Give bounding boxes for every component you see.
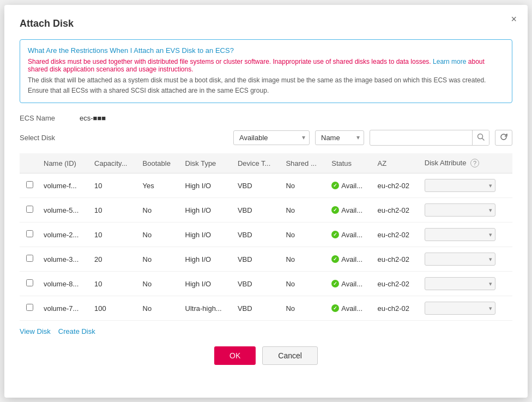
row-checkbox-1[interactable]	[26, 206, 33, 213]
refresh-icon	[500, 133, 507, 141]
col-az: AZ	[373, 153, 420, 173]
row-shared: No	[281, 223, 327, 247]
status-filter-select[interactable]: Available In-use All	[233, 130, 310, 145]
warning-text: Shared disks must be used together with …	[28, 58, 504, 73]
row-bootable: No	[138, 223, 181, 247]
row-status: Avail...	[327, 247, 373, 272]
row-disk-attr	[420, 272, 512, 296]
filter-type-select[interactable]: Name ID	[315, 130, 364, 145]
disk-attr-select-2[interactable]	[425, 228, 495, 241]
ecs-name-row: ECS Name ecs-■■■	[20, 114, 512, 122]
row-capacity: 10	[90, 173, 138, 198]
row-name: volume-5...	[39, 198, 90, 223]
disk-attribute-help-icon[interactable]: ?	[470, 159, 479, 167]
row-status-text: Avail...	[341, 182, 362, 190]
bottom-links: View Disk Create Disk	[20, 327, 512, 335]
table-row: volume-3... 20 No High I/O VBD No Avail.…	[20, 247, 512, 272]
row-status: Avail...	[327, 223, 373, 247]
row-shared: No	[281, 173, 327, 198]
status-dot-icon	[331, 206, 339, 214]
disk-attr-select-1[interactable]	[425, 203, 495, 217]
disk-attr-select-0[interactable]	[425, 179, 495, 192]
filter-type-wrapper: Name ID	[315, 130, 364, 145]
row-checkbox-5[interactable]	[26, 304, 33, 311]
search-button[interactable]	[472, 130, 489, 145]
search-icon	[477, 133, 485, 141]
row-device-type: VBD	[233, 223, 282, 247]
row-status-text: Avail...	[341, 304, 362, 313]
col-device-type: Device T...	[233, 153, 282, 173]
row-bootable: Yes	[138, 173, 181, 198]
col-name: Name (ID)	[39, 153, 90, 173]
disk-attr-select-3[interactable]	[425, 253, 495, 266]
col-checkbox	[20, 153, 39, 173]
row-disk-type: High I/O	[181, 247, 233, 272]
row-disk-attr	[420, 296, 512, 321]
info-normal-text1: The disk that will be attached as a syst…	[28, 75, 504, 86]
row-status-text: Avail...	[341, 206, 362, 214]
row-capacity: 20	[90, 247, 138, 272]
col-status: Status	[327, 153, 373, 173]
svg-line-1	[482, 138, 485, 140]
disk-attr-select-4[interactable]	[425, 277, 495, 290]
row-checkbox-2[interactable]	[26, 230, 33, 237]
row-disk-attr	[420, 247, 512, 272]
status-dot-icon	[331, 231, 339, 238]
row-az: eu-ch2-02	[373, 223, 420, 247]
close-button[interactable]: ×	[511, 14, 517, 25]
row-status: Avail...	[327, 173, 373, 198]
col-disk-type: Disk Type	[181, 153, 233, 173]
create-disk-link[interactable]: Create Disk	[58, 327, 95, 335]
row-checkbox-4[interactable]	[26, 279, 33, 286]
table-row: volume-f... 10 Yes High I/O VBD No Avail…	[20, 173, 512, 198]
row-name: volume-8...	[39, 272, 90, 296]
col-capacity: Capacity...	[90, 153, 138, 173]
modal-container: × Attach Disk What Are the Restrictions …	[4, 5, 528, 398]
row-device-type: VBD	[233, 198, 282, 223]
row-disk-type: Ultra-high...	[181, 296, 233, 321]
row-az: eu-ch2-02	[373, 198, 420, 223]
cancel-button[interactable]: Cancel	[262, 346, 318, 365]
footer-buttons: OK Cancel	[20, 346, 512, 365]
row-status: Avail...	[327, 296, 373, 321]
status-filter-wrapper: Available In-use All	[233, 130, 310, 145]
disk-attr-select-5[interactable]	[425, 302, 495, 315]
status-dot-icon	[331, 182, 339, 189]
row-az: eu-ch2-02	[373, 296, 420, 321]
row-checkbox-cell	[20, 296, 39, 321]
row-name: volume-f...	[39, 173, 90, 198]
disk-table: Name (ID) Capacity... Bootable Disk Type…	[20, 153, 512, 321]
row-shared: No	[281, 247, 327, 272]
row-az: eu-ch2-02	[373, 272, 420, 296]
row-checkbox-0[interactable]	[26, 181, 33, 188]
status-dot-icon	[331, 255, 339, 263]
row-checkbox-cell	[20, 173, 39, 198]
ok-button[interactable]: OK	[214, 346, 256, 365]
row-shared: No	[281, 272, 327, 296]
col-bootable: Bootable	[138, 153, 181, 173]
row-capacity: 100	[90, 296, 138, 321]
row-checkbox-3[interactable]	[26, 255, 33, 262]
row-checkbox-cell	[20, 223, 39, 247]
refresh-button[interactable]	[495, 130, 512, 146]
row-bootable: No	[138, 296, 181, 321]
row-checkbox-cell	[20, 247, 39, 272]
row-device-type: VBD	[233, 173, 282, 198]
row-device-type: VBD	[233, 272, 282, 296]
ecs-name-label: ECS Name	[20, 114, 80, 122]
status-dot-icon	[331, 280, 339, 287]
table-row: volume-8... 10 No High I/O VBD No Avail.…	[20, 272, 512, 296]
table-row: volume-2... 10 No High I/O VBD No Avail.…	[20, 223, 512, 247]
row-name: volume-3...	[39, 247, 90, 272]
row-shared: No	[281, 198, 327, 223]
learn-more-link[interactable]: Learn more	[433, 58, 466, 65]
row-status-text: Avail...	[341, 280, 362, 288]
row-disk-attr	[420, 173, 512, 198]
row-az: eu-ch2-02	[373, 173, 420, 198]
view-disk-link[interactable]: View Disk	[20, 327, 51, 335]
search-input[interactable]	[370, 131, 472, 145]
row-az: eu-ch2-02	[373, 247, 420, 272]
row-capacity: 10	[90, 223, 138, 247]
select-disk-label: Select Disk	[20, 134, 80, 142]
select-disk-row: Select Disk Available In-use All Name ID	[20, 130, 512, 146]
